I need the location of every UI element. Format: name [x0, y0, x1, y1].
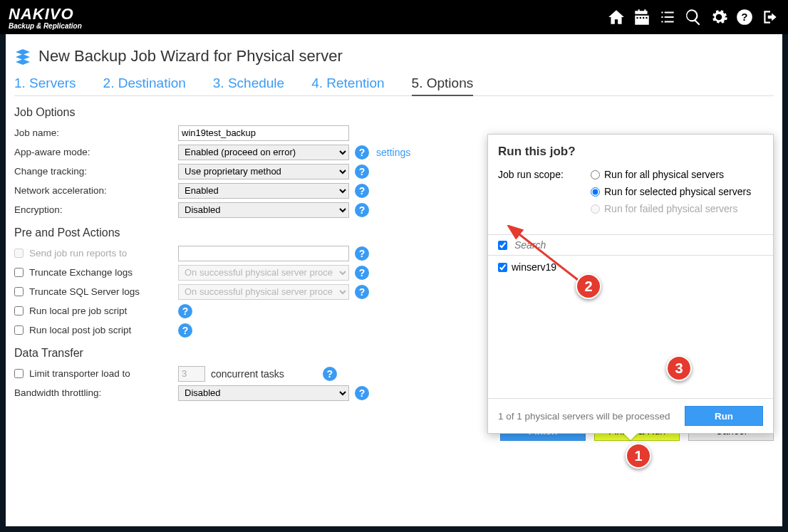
svg-text:?: ?	[741, 11, 747, 23]
limit-transporter-checkbox[interactable]	[14, 369, 24, 378]
net-accel-select[interactable]: Enabled	[178, 183, 349, 199]
label-send-reports: Send job run reports to	[14, 248, 178, 259]
label-truncate-exchange: Truncate Exchange logs	[14, 267, 178, 278]
help-icon[interactable]: ?	[355, 386, 369, 400]
help-icon[interactable]: ?	[178, 304, 192, 318]
concurrent-suffix: concurrent tasks	[211, 368, 284, 380]
help-icon[interactable]: ?	[355, 203, 369, 217]
brand-name: NAKIVO	[9, 5, 82, 24]
label-bandwidth: Bandwidth throttling:	[14, 387, 178, 398]
wizard-header: New Backup Job Wizard for Physical serve…	[14, 43, 774, 73]
change-tracking-select[interactable]: Use proprietary method	[178, 164, 349, 179]
exchange-condition-select: On successful physical server proce	[178, 265, 349, 281]
popup-title: Run this job?	[498, 145, 763, 159]
sql-condition-select: On successful physical server proce	[178, 284, 349, 300]
step-servers[interactable]: 1. Servers	[14, 75, 76, 91]
encryption-select[interactable]: Disabled	[178, 202, 349, 218]
label-change-tracking: Change tracking:	[14, 166, 178, 177]
gear-icon[interactable]	[710, 8, 728, 26]
truncate-exchange-checkbox[interactable]	[14, 268, 24, 277]
wizard-steps: 1. Servers 2. Destination 3. Schedule 4.…	[14, 73, 774, 96]
help-icon[interactable]: ?	[355, 184, 369, 198]
step-destination[interactable]: 2. Destination	[103, 75, 186, 91]
step-options[interactable]: 5. Options	[412, 75, 474, 96]
help-icon[interactable]: ?	[355, 285, 369, 299]
top-bar: NAKIVO Backup & Replication ?	[0, 0, 788, 34]
stack-icon	[14, 48, 31, 65]
send-reports-checkbox	[14, 249, 24, 258]
annotation-2: 2	[576, 273, 601, 299]
label-limit-transporter: Limit transporter load to	[14, 368, 178, 379]
radio-all[interactable]: Run for all physical servers	[591, 169, 751, 180]
popup-arrow-icon	[623, 433, 638, 440]
scope-radios: Run for all physical servers Run for sel…	[591, 169, 751, 214]
label-app-aware: App-aware mode:	[14, 147, 178, 157]
app-aware-select[interactable]: Enabled (proceed on error)	[178, 145, 349, 160]
help-icon[interactable]: ?	[735, 8, 754, 26]
label-net-accel: Network acceleration:	[14, 185, 178, 196]
truncate-sql-checkbox[interactable]	[14, 287, 24, 296]
help-icon[interactable]: ?	[355, 246, 369, 261]
brand-subtitle: Backup & Replication	[9, 22, 82, 30]
section-job-options: Job Options	[14, 106, 774, 119]
radio-failed: Run for failed physical servers	[591, 203, 751, 214]
post-script-checkbox[interactable]	[14, 325, 24, 335]
radio-selected[interactable]: Run for selected physical servers	[591, 186, 751, 197]
pre-script-checkbox[interactable]	[14, 306, 24, 315]
list-icon[interactable]	[658, 8, 677, 26]
annotation-3: 3	[666, 355, 692, 381]
logout-icon[interactable]	[761, 8, 779, 26]
search-icon[interactable]	[684, 8, 703, 26]
label-truncate-sql: Truncate SQL Server logs	[14, 286, 178, 297]
annotation-1: 1	[626, 443, 651, 469]
wizard-title: New Backup Job Wizard for Physical serve…	[38, 47, 343, 66]
help-icon[interactable]: ?	[323, 367, 337, 381]
main-panel: New Backup Job Wizard for Physical serve…	[6, 34, 782, 526]
settings-link[interactable]: settings	[376, 147, 410, 158]
popup-footer: 1 of 1 physical servers will be processe…	[488, 398, 773, 433]
svg-line-2	[517, 232, 581, 282]
label-post-script: Run local post job script	[14, 325, 178, 335]
brand-logo: NAKIVO Backup & Replication	[9, 5, 82, 30]
top-toolbar: ?	[607, 8, 779, 26]
concurrent-spinner	[178, 366, 205, 382]
scope-label: Job run scope:	[498, 169, 591, 214]
bandwidth-select[interactable]: Disabled	[178, 385, 349, 401]
step-retention[interactable]: 4. Retention	[311, 75, 384, 91]
send-reports-input	[178, 246, 349, 261]
help-icon[interactable]: ?	[355, 145, 369, 160]
job-name-input[interactable]	[178, 125, 349, 141]
step-schedule[interactable]: 3. Schedule	[213, 75, 284, 91]
run-button[interactable]: Run	[685, 406, 763, 426]
calendar-icon[interactable]	[633, 8, 651, 26]
label-job-name: Job name:	[14, 127, 178, 138]
home-icon[interactable]	[607, 8, 626, 26]
help-icon[interactable]: ?	[178, 323, 192, 338]
help-icon[interactable]: ?	[355, 266, 369, 280]
status-text: 1 of 1 physical servers will be processe…	[498, 411, 670, 422]
label-encryption: Encryption:	[14, 204, 178, 215]
help-icon[interactable]: ?	[355, 165, 369, 179]
label-pre-script: Run local pre job script	[14, 306, 178, 316]
